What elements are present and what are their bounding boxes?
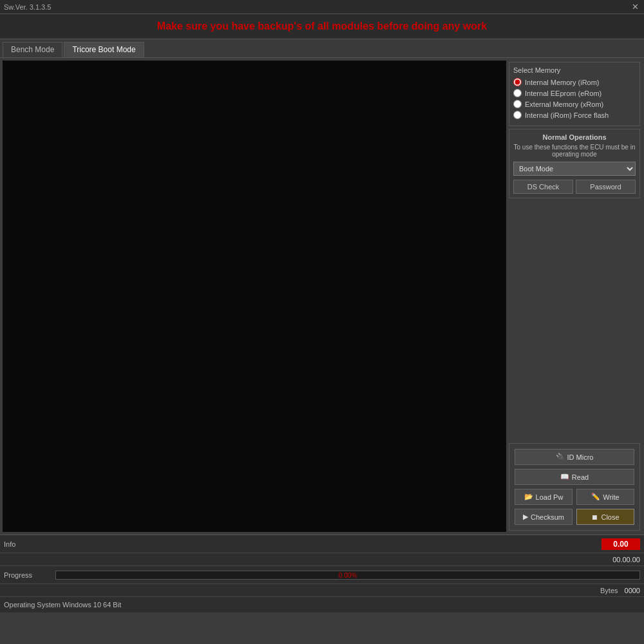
id-micro-icon: 🔌 (556, 453, 565, 461)
id-micro-label: ID Micro (567, 453, 594, 461)
main-content: Select Memory Internal Memory (iRom) Int… (0, 58, 644, 535)
red-value-display: 0.00 (601, 538, 640, 550)
load-pw-icon: 📂 (524, 493, 533, 501)
write-icon: ✏️ (591, 493, 600, 501)
ds-password-row: DS Check Password (513, 180, 636, 194)
ds-check-button[interactable]: DS Check (513, 180, 573, 194)
action-row-3: 📂 Load Pw ✏️ Write (515, 489, 634, 505)
time-row: 00.00.00 (0, 553, 644, 566)
boot-mode-dropdown[interactable]: Boot Mode (513, 162, 636, 176)
memory-label-force-flash: Internal (iRom) Force flash (525, 111, 609, 119)
titlebar: Sw.Ver. 3.1.3.5 ✕ (0, 0, 644, 14)
progress-percent: 0.00% (339, 571, 357, 580)
status-bar: Info 0.00 00.00.00 Progress 0.00% Bytes … (0, 535, 644, 612)
action-row-1: 🔌 ID Micro (515, 449, 634, 465)
memory-option-irom[interactable]: Internal Memory (iRom) (513, 78, 636, 86)
select-memory-title: Select Memory (513, 66, 636, 74)
checksum-label: Checksum (531, 513, 564, 521)
right-panel: Select Memory Internal Memory (iRom) Int… (509, 58, 644, 535)
window-close-button[interactable]: ✕ (630, 2, 640, 12)
spacer (509, 201, 640, 440)
read-icon: 📖 (560, 473, 569, 481)
action-row-2: 📖 Read (515, 469, 634, 485)
time-value: 00.00.00 (612, 556, 640, 564)
id-micro-button[interactable]: 🔌 ID Micro (515, 449, 634, 465)
bytes-value: 0000 (625, 587, 640, 594)
info-row: Info 0.00 (0, 535, 644, 553)
progress-bar-container: 0.00% (55, 571, 640, 580)
normal-ops-title: Normal Operations (513, 133, 636, 141)
memory-option-xrom[interactable]: External Memory (xRom) (513, 100, 636, 108)
progress-label: Progress (4, 571, 55, 579)
os-row: Operating System Windows 10 64 Bit (0, 597, 644, 612)
bytes-label: Bytes (600, 587, 618, 594)
tabs-container: Bench Mode Tricore Boot Mode (0, 39, 644, 58)
memory-option-erom[interactable]: Internal EEprom (eRom) (513, 89, 636, 97)
bytes-row: Bytes 0000 (0, 584, 644, 597)
memory-label-erom: Internal EEprom (eRom) (525, 90, 601, 97)
write-label: Write (603, 493, 619, 501)
tab-tricore-boot-mode[interactable]: Tricore Boot Mode (64, 42, 144, 57)
password-button[interactable]: Password (576, 180, 636, 194)
checksum-icon: ▶ (523, 513, 528, 521)
close-label: Close (601, 513, 619, 521)
info-label: Info (4, 540, 601, 548)
memory-label-xrom: External Memory (xRom) (525, 100, 603, 108)
read-button[interactable]: 📖 Read (515, 469, 634, 485)
close-action-button[interactable]: ⏹ Close (576, 509, 634, 525)
app-title: Sw.Ver. 3.1.3.5 (4, 3, 51, 11)
warning-text: Make sure you have backup's of all modul… (157, 21, 487, 32)
normal-ops-description: To use these functions the ECU must be i… (513, 144, 636, 158)
progress-row: Progress 0.00% (0, 566, 644, 584)
action-buttons-section: 🔌 ID Micro 📖 Read 📂 Load Pw ✏️ Write (509, 443, 640, 531)
memory-option-force-flash[interactable]: Internal (iRom) Force flash (513, 111, 636, 119)
write-button[interactable]: ✏️ Write (576, 489, 634, 505)
action-row-4: ▶ Checksum ⏹ Close (515, 509, 634, 525)
normal-operations-section: Normal Operations To use these functions… (509, 129, 640, 198)
load-pw-button[interactable]: 📂 Load Pw (515, 489, 573, 505)
read-label: Read (572, 473, 589, 481)
select-memory-section: Select Memory Internal Memory (iRom) Int… (509, 62, 640, 126)
checksum-button[interactable]: ▶ Checksum (515, 509, 573, 525)
close-icon: ⏹ (591, 513, 598, 521)
load-pw-label: Load Pw (536, 493, 564, 501)
warning-banner: Make sure you have backup's of all modul… (0, 14, 644, 39)
main-display-area (3, 61, 506, 532)
tab-bench-mode[interactable]: Bench Mode (3, 42, 62, 57)
memory-label-irom: Internal Memory (iRom) (525, 79, 600, 86)
os-label: Operating System Windows 10 64 Bit (4, 601, 121, 609)
